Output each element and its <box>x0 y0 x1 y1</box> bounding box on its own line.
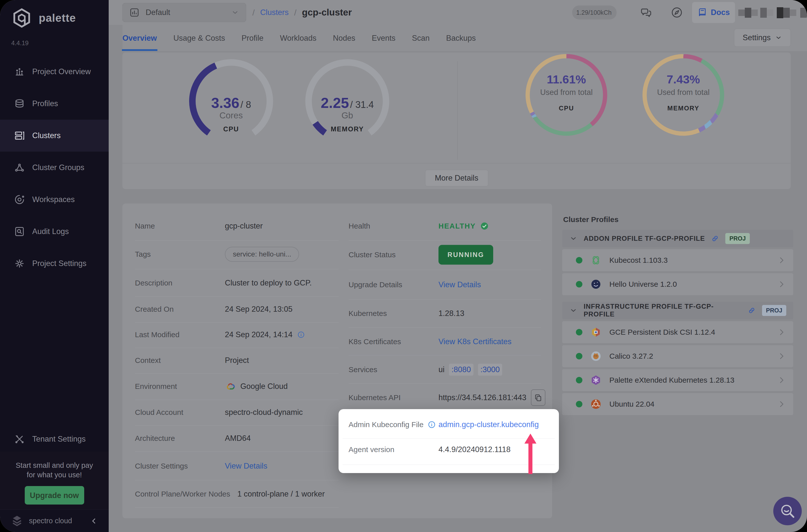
book-icon <box>697 7 707 18</box>
layer-name: Palette eXtended Kubernetes 1.28.13 <box>609 376 770 384</box>
tab-profile[interactable]: Profile <box>242 34 264 43</box>
main-content: Default / Clusters / gcp-cluster 1.29/10… <box>109 0 807 532</box>
palette-logo[interactable]: palette <box>11 7 76 28</box>
cpu-donut-label: CPU <box>524 104 609 112</box>
orbit-icon <box>14 194 25 205</box>
kubernetes-api-label: Kubernetes API <box>349 393 400 402</box>
palette-kubernetes-icon <box>590 374 602 386</box>
service-port-link[interactable]: :3000 <box>478 364 503 376</box>
kubernetes-api-value: https://34.54.126.181:443 <box>438 390 545 406</box>
layers-icon <box>14 98 25 109</box>
context-value: Project <box>225 356 249 365</box>
layer-name: GCE Persistent Disk CSI 1.12.4 <box>609 328 770 337</box>
sidebar-item-profiles[interactable]: Profiles <box>0 88 109 120</box>
tab-overview[interactable]: Overview <box>123 34 157 43</box>
info-icon[interactable] <box>428 420 436 429</box>
kubernetes-version: 1.28.13 <box>438 309 464 318</box>
sidebar-item-project-overview[interactable]: Project Overview <box>0 56 109 88</box>
nodes-label: Control Plane/Worker Nodes <box>135 490 230 498</box>
tags-label: Tags <box>135 250 151 259</box>
chat-icon[interactable] <box>640 6 653 19</box>
chevron-right-icon <box>777 352 786 360</box>
profile-layer-hello-universe[interactable]: Hello Universe 1.2.0 <box>562 273 793 295</box>
profile-layer-pxk[interactable]: Palette eXtended Kubernetes 1.28.13 <box>562 369 793 391</box>
cpu-gauge-unit: Cores <box>187 110 275 120</box>
admin-kubeconfig-link[interactable]: admin.gcp-cluster.kubeconfig <box>438 420 539 429</box>
spectro-cloud-logo-icon <box>11 514 23 528</box>
service-port-link[interactable]: :8080 <box>449 364 473 376</box>
cpu-gauge-value: 3.36 / 8 <box>187 94 275 111</box>
tab-nodes[interactable]: Nodes <box>333 34 355 43</box>
cpu-donut-caption: Used from total <box>524 88 609 97</box>
profile-layer-gce-csi[interactable]: GCE Persistent Disk CSI 1.12.4 <box>562 321 793 343</box>
settings-dropdown-button[interactable]: Settings <box>734 29 791 47</box>
copy-button[interactable] <box>531 390 545 406</box>
agent-version-label: Agent version <box>349 445 394 454</box>
tab-workloads[interactable]: Workloads <box>280 34 317 43</box>
cluster-profiles-panel: Cluster Profiles ADDON PROFILE TF-GCP-PR… <box>562 215 793 417</box>
layer-name: Calico 3.27.2 <box>609 352 770 360</box>
sidebar-item-label: Cluster Groups <box>32 163 84 172</box>
more-details-button[interactable]: More Details <box>425 170 488 186</box>
user-menu-redacted[interactable] <box>738 6 807 19</box>
tab-backups[interactable]: Backups <box>446 34 476 43</box>
usage-quota-value: 1.29/100kCh <box>576 9 612 16</box>
profile-layer-calico[interactable]: Calico 3.27.2 <box>562 345 793 367</box>
tab-events[interactable]: Events <box>372 34 395 43</box>
tab-scan[interactable]: Scan <box>412 34 430 43</box>
promo-line-2: for what you use! <box>0 470 109 479</box>
upgrade-now-button[interactable]: Upgrade now <box>25 486 84 505</box>
sidebar-item-clusters[interactable]: Clusters <box>0 120 109 152</box>
sidebar-item-workspaces[interactable]: Workspaces <box>0 184 109 215</box>
infrastructure-profile-header[interactable]: INFRASTRUCTURE PROFILE TF-GCP-PROFILE PR… <box>562 302 793 319</box>
usage-quota-badge: 1.29/100kCh <box>572 5 617 19</box>
architecture-value: AMD64 <box>225 434 250 443</box>
memory-gauge-unit: Gb <box>304 110 391 120</box>
compass-icon[interactable] <box>670 6 683 19</box>
walkthrough-arrow <box>523 433 538 475</box>
tab-usage-costs[interactable]: Usage & Costs <box>173 34 225 43</box>
status-dot <box>576 257 582 264</box>
name-value: gcp-cluster <box>225 222 263 230</box>
breadcrumb-separator: / <box>252 8 255 18</box>
services-label: Services <box>349 365 377 374</box>
docs-label: Docs <box>711 8 730 17</box>
k8s-certificates-link[interactable]: View K8s Certificates <box>438 337 511 346</box>
profile-layer-kubecost[interactable]: Kubecost 1.103.3 <box>562 249 793 271</box>
search-assistant-button[interactable] <box>773 497 802 525</box>
tag-pill[interactable]: service: hello-uni... <box>225 247 299 262</box>
memory-gauge-label: MEMORY <box>304 126 391 133</box>
agent-version-value: 4.4.9/20240912.1118 <box>438 445 510 454</box>
breadcrumb-clusters-link[interactable]: Clusters <box>260 8 288 17</box>
sidebar-item-audit-logs[interactable]: Audit Logs <box>0 215 109 248</box>
sidebar-item-project-settings[interactable]: Project Settings <box>0 248 109 280</box>
chevron-down-icon <box>569 234 578 243</box>
addon-profile-header[interactable]: ADDON PROFILE TF-GCP-PROFILE PROJ <box>562 230 793 247</box>
breadcrumb: / Clusters / gcp-cluster <box>252 0 352 25</box>
upgrade-details-link[interactable]: View Details <box>438 280 481 289</box>
sidebar-item-label: Clusters <box>32 131 61 140</box>
chevron-right-icon <box>777 328 786 337</box>
profile-layer-ubuntu[interactable]: Ubuntu 22.04 <box>562 393 793 415</box>
description-label: Description <box>135 279 172 287</box>
info-icon[interactable] <box>297 331 305 339</box>
tags-value: service: hello-uni... <box>225 247 299 262</box>
memory-donut-label: MEMORY <box>641 104 726 112</box>
sidebar-item-tenant-settings[interactable]: Tenant Settings <box>0 423 109 455</box>
created-on-value: 24 Sep 2024, 13:05 <box>225 305 293 314</box>
collapse-sidebar-icon[interactable] <box>90 517 98 525</box>
docs-button[interactable]: Docs <box>692 2 735 23</box>
project-icon <box>129 7 140 18</box>
layer-name: Ubuntu 22.04 <box>609 400 770 408</box>
cluster-settings-link[interactable]: View Details <box>225 461 267 471</box>
tools-icon <box>14 433 25 445</box>
metrics-card: 3.36 / 8 Cores CPU 2.25 / 31.4 Gb MEMORY… <box>123 53 791 189</box>
k8s-certificates-label: K8s Certificates <box>349 338 401 346</box>
project-selector[interactable]: Default <box>123 3 246 22</box>
upgrade-promo: Start small and only pay for what you us… <box>0 452 109 510</box>
chevron-down-icon <box>569 306 578 315</box>
audit-log-icon <box>14 226 25 237</box>
sidebar-item-cluster-groups[interactable]: Cluster Groups <box>0 152 109 184</box>
memory-donut-caption: Used from total <box>641 88 726 97</box>
hello-universe-icon <box>590 278 602 290</box>
